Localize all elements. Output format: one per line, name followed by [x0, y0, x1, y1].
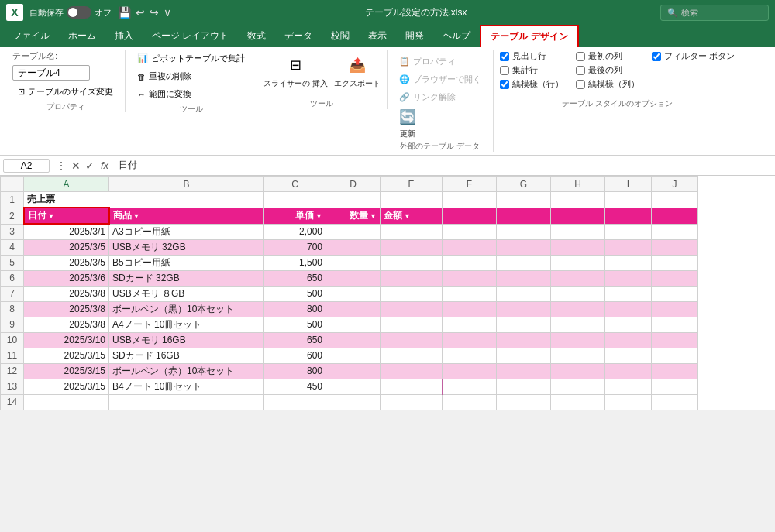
cell-c14[interactable] — [264, 394, 326, 410]
cell-a5[interactable]: 2025/3/5 — [24, 255, 109, 270]
cell-j4[interactable] — [652, 239, 698, 255]
cell-h4[interactable] — [551, 239, 605, 255]
cell-reference-input[interactable] — [3, 159, 50, 173]
banded-rows-checkbox[interactable] — [500, 80, 509, 89]
cell-a1[interactable]: 売上票 — [24, 192, 264, 208]
undo-icon[interactable]: ↩ — [136, 6, 145, 19]
cell-e6[interactable] — [381, 270, 443, 286]
cell-g5[interactable] — [497, 255, 551, 270]
banded-rows-checkbox-label[interactable]: 縞模様（行） — [500, 78, 563, 90]
table-name-input[interactable] — [12, 65, 90, 81]
cell-b6[interactable]: SDカード 32GB — [109, 270, 264, 286]
col-header-g[interactable]: G — [497, 177, 551, 192]
cell-d11[interactable] — [326, 348, 381, 363]
cell-h13[interactable] — [551, 379, 605, 394]
cell-i7[interactable] — [605, 286, 652, 301]
cell-b11[interactable]: SDカード 16GB — [109, 348, 264, 363]
cell-i2[interactable] — [605, 208, 652, 224]
cell-i3[interactable] — [605, 224, 652, 239]
cell-f13[interactable] — [443, 379, 497, 394]
cell-c5[interactable]: 1,500 — [264, 255, 326, 270]
cell-e8[interactable] — [381, 301, 443, 317]
cell-d8[interactable] — [326, 301, 381, 317]
cell-f4[interactable] — [443, 239, 497, 255]
cell-d13[interactable] — [326, 379, 381, 394]
cell-f14[interactable] — [443, 394, 497, 410]
cell-i1[interactable] — [605, 192, 652, 208]
cell-b14[interactable] — [109, 394, 264, 410]
cell-a14[interactable] — [24, 394, 109, 410]
cell-i11[interactable] — [605, 348, 652, 363]
cell-c1[interactable] — [264, 192, 326, 208]
cell-h2[interactable] — [551, 208, 605, 224]
cell-a11[interactable]: 2025/3/15 — [24, 348, 109, 363]
cell-c7[interactable]: 500 — [264, 286, 326, 301]
col-header-j[interactable]: J — [652, 177, 698, 192]
cell-f2[interactable] — [443, 208, 497, 224]
cell-e1[interactable] — [381, 192, 443, 208]
cell-g3[interactable] — [497, 224, 551, 239]
more-icon[interactable]: ∨ — [164, 6, 171, 19]
tab-formula[interactable]: 数式 — [238, 25, 275, 47]
cell-g9[interactable] — [497, 317, 551, 332]
cell-j1[interactable] — [652, 192, 698, 208]
first-col-checkbox-label[interactable]: 最初の列 — [576, 50, 639, 62]
cell-g4[interactable] — [497, 239, 551, 255]
cell-c13[interactable]: 450 — [264, 379, 326, 394]
cell-f5[interactable] — [443, 255, 497, 270]
cell-d10[interactable] — [326, 332, 381, 348]
spreadsheet[interactable]: A B C D E F G H I J 1 売上票 — [0, 176, 775, 410]
cell-b5[interactable]: B5コピー用紙 — [109, 255, 264, 270]
first-col-checkbox[interactable] — [576, 52, 585, 61]
search-box[interactable]: 🔍 検索 — [660, 5, 769, 21]
cell-a2[interactable]: 日付▼ — [24, 208, 109, 224]
cell-i9[interactable] — [605, 317, 652, 332]
cell-c10[interactable]: 650 — [264, 332, 326, 348]
cell-a7[interactable]: 2025/3/8 — [24, 286, 109, 301]
cell-g2[interactable] — [497, 208, 551, 224]
cancel-icon[interactable]: ✕ — [71, 160, 81, 172]
cell-d4[interactable] — [326, 239, 381, 255]
cell-j9[interactable] — [652, 317, 698, 332]
cell-c4[interactable]: 700 — [264, 239, 326, 255]
cell-d6[interactable] — [326, 270, 381, 286]
cell-i5[interactable] — [605, 255, 652, 270]
cell-g14[interactable] — [497, 394, 551, 410]
resize-table-button[interactable]: ⊡ テーブルのサイズ変更 — [12, 84, 119, 100]
tab-insert[interactable]: 挿入 — [105, 25, 143, 47]
col-header-i[interactable]: I — [605, 177, 652, 192]
cell-d7[interactable] — [326, 286, 381, 301]
pivot-button[interactable]: 📊 ピボットテーブルで集計 — [132, 50, 250, 67]
cell-a12[interactable]: 2025/3/15 — [24, 363, 109, 379]
tab-file[interactable]: ファイル — [3, 25, 59, 47]
cell-g12[interactable] — [497, 363, 551, 379]
cell-e10[interactable] — [381, 332, 443, 348]
header-row-checkbox-label[interactable]: 見出し行 — [500, 50, 563, 62]
cell-b12[interactable]: ボールペン（赤）10本セット — [109, 363, 264, 379]
cell-h12[interactable] — [551, 363, 605, 379]
cell-a9[interactable]: 2025/3/8 — [24, 317, 109, 332]
cell-b10[interactable]: USBメモリ 16GB — [109, 332, 264, 348]
browser-button[interactable]: 🌐 ブラウザーで開く — [394, 71, 487, 88]
cell-a10[interactable]: 2025/3/10 — [24, 332, 109, 348]
tab-view[interactable]: 表示 — [359, 25, 396, 47]
cell-g8[interactable] — [497, 301, 551, 317]
col-header-h[interactable]: H — [551, 177, 605, 192]
cell-i14[interactable] — [605, 394, 652, 410]
cell-h8[interactable] — [551, 301, 605, 317]
cell-j10[interactable] — [652, 332, 698, 348]
cell-h7[interactable] — [551, 286, 605, 301]
col-header-f[interactable]: F — [443, 177, 497, 192]
last-col-checkbox[interactable] — [576, 66, 585, 75]
cell-d12[interactable] — [326, 363, 381, 379]
cell-e11[interactable] — [381, 348, 443, 363]
cell-f9[interactable] — [443, 317, 497, 332]
tab-dev[interactable]: 開発 — [396, 25, 433, 47]
cell-c11[interactable]: 600 — [264, 348, 326, 363]
cell-e13[interactable] — [381, 379, 443, 394]
cell-a4[interactable]: 2025/3/5 — [24, 239, 109, 255]
header-row-checkbox[interactable] — [500, 52, 509, 61]
col-header-c[interactable]: C — [264, 177, 326, 192]
cell-f3[interactable] — [443, 224, 497, 239]
cell-c8[interactable]: 800 — [264, 301, 326, 317]
